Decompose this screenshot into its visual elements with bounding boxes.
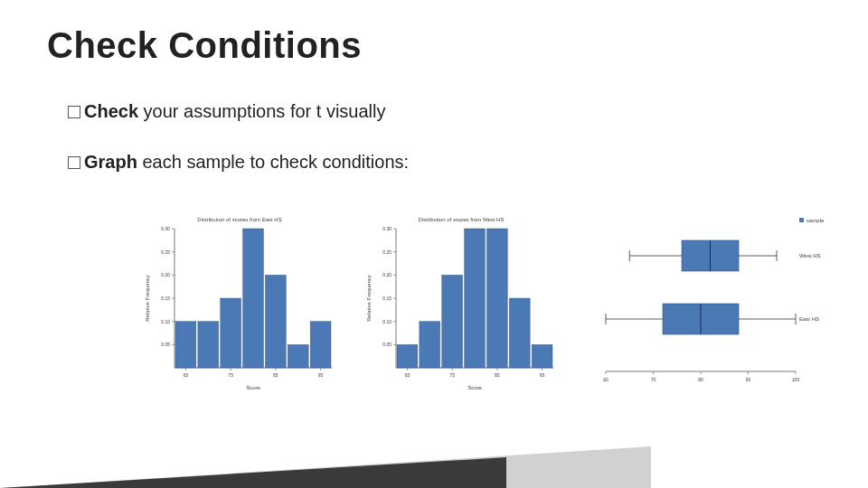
svg-text:60: 60 <box>603 377 609 382</box>
svg-text:95: 95 <box>318 372 324 378</box>
svg-rect-21 <box>288 344 308 368</box>
svg-text:0.25: 0.25 <box>382 249 392 255</box>
svg-text:80: 80 <box>698 377 703 382</box>
histogram-west: Distribution of scores from West HSRelat… <box>362 212 561 397</box>
bullet-1-lead: Check <box>84 101 138 121</box>
svg-rect-51 <box>465 229 486 368</box>
svg-rect-22 <box>310 322 331 368</box>
svg-text:sample: sample <box>807 218 825 223</box>
svg-rect-53 <box>509 298 530 368</box>
svg-text:Score: Score <box>467 385 482 390</box>
svg-text:0.20: 0.20 <box>161 272 170 277</box>
svg-text:0.10: 0.10 <box>161 319 170 324</box>
bullet-1-rest: your assumptions for t visually <box>138 101 385 121</box>
svg-text:70: 70 <box>651 377 656 382</box>
svg-text:90: 90 <box>746 377 751 382</box>
svg-text:Relative Frequency: Relative Frequency <box>145 275 150 322</box>
svg-text:0.15: 0.15 <box>161 296 170 301</box>
svg-rect-19 <box>243 229 264 368</box>
svg-text:0.20: 0.20 <box>382 272 392 277</box>
svg-text:0.30: 0.30 <box>382 226 392 231</box>
svg-text:75: 75 <box>228 372 233 378</box>
svg-text:85: 85 <box>495 372 500 378</box>
svg-text:85: 85 <box>273 372 278 378</box>
svg-rect-49 <box>420 322 440 368</box>
page-title: Check Conditions <box>47 25 362 66</box>
histogram-east: Distribution of scores from East HSRelat… <box>140 212 339 397</box>
svg-rect-20 <box>265 275 286 368</box>
svg-text:Relative Frequency: Relative Frequency <box>366 275 372 322</box>
svg-text:Score: Score <box>246 385 260 390</box>
svg-text:0.05: 0.05 <box>161 342 170 347</box>
bullet-1: Check your assumptions for t visually <box>68 101 385 122</box>
svg-text:West HS: West HS <box>799 253 821 258</box>
svg-text:75: 75 <box>449 372 455 378</box>
svg-rect-50 <box>442 275 463 368</box>
bullet-2-lead: Graph <box>84 152 137 172</box>
svg-rect-48 <box>397 344 418 368</box>
svg-text:0.05: 0.05 <box>382 342 392 347</box>
svg-text:Distribution of scores from We: Distribution of scores from West HS <box>419 217 505 222</box>
svg-rect-54 <box>532 344 552 368</box>
svg-rect-64 <box>799 218 804 222</box>
boxplot: sample60708090100West HSEast HS <box>597 212 832 397</box>
svg-rect-17 <box>198 322 219 368</box>
svg-rect-16 <box>175 322 196 368</box>
svg-text:65: 65 <box>405 372 410 378</box>
svg-text:East HS: East HS <box>799 316 819 322</box>
square-icon <box>68 106 80 118</box>
svg-text:65: 65 <box>184 372 189 378</box>
svg-text:0.10: 0.10 <box>382 319 392 324</box>
svg-text:0.15: 0.15 <box>382 296 392 301</box>
svg-rect-52 <box>486 229 507 368</box>
square-icon <box>68 156 80 169</box>
svg-text:0.30: 0.30 <box>161 226 170 231</box>
bullet-2: Graph each sample to check conditions: <box>68 152 409 173</box>
svg-rect-18 <box>221 298 241 368</box>
decorative-wedge <box>0 457 506 488</box>
svg-text:95: 95 <box>540 372 545 378</box>
svg-text:100: 100 <box>792 377 800 382</box>
svg-text:Distribution of scores from Ea: Distribution of scores from East HS <box>197 217 281 222</box>
svg-text:0.25: 0.25 <box>161 249 170 255</box>
bullet-2-rest: each sample to check conditions: <box>137 152 409 172</box>
